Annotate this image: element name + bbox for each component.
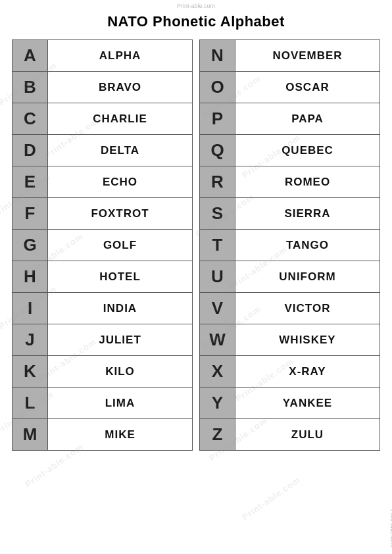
word-cell: INDIA <box>48 293 193 324</box>
word-cell: ECHO <box>48 166 193 198</box>
letter-cell: K <box>12 356 48 388</box>
table-row: RROMEO <box>200 166 380 198</box>
word-cell: UNIFORM <box>235 261 380 293</box>
table-row: EECHO <box>12 166 193 198</box>
word-cell: OSCAR <box>235 72 380 103</box>
table-row: HHOTEL <box>12 261 193 293</box>
letter-cell: E <box>12 166 48 198</box>
word-cell: GOLF <box>48 230 193 261</box>
word-cell: MIKE <box>48 419 193 451</box>
letter-cell: U <box>200 261 235 293</box>
table-row: XX-RAY <box>200 356 380 388</box>
letter-cell: A <box>12 40 48 72</box>
letter-cell: Z <box>200 419 235 451</box>
table-row: SSIERRA <box>200 198 380 230</box>
letter-cell: M <box>12 419 48 451</box>
table-row: DDELTA <box>12 135 193 166</box>
table-row: MMIKE <box>12 419 193 451</box>
word-cell: QUEBEC <box>235 135 380 166</box>
letter-cell: J <box>12 324 48 356</box>
word-cell: VICTOR <box>235 293 380 324</box>
word-cell: ALPHA <box>48 40 193 72</box>
letter-cell: P <box>200 103 235 135</box>
table-row: ZZULU <box>200 419 380 451</box>
word-cell: CHARLIE <box>48 103 193 135</box>
top-watermark: Print-able.com <box>177 3 215 9</box>
table-row: QQUEBEC <box>200 135 380 166</box>
table-row: YYANKEE <box>200 388 380 419</box>
tables-container: AALPHABBRAVOCCHARLIEDDELTAEECHOFFOXTROTG… <box>12 39 380 451</box>
table-row: BBRAVO <box>12 72 193 103</box>
table-row: LLIMA <box>12 388 193 419</box>
word-cell: NOVEMBER <box>235 40 380 72</box>
letter-cell: D <box>12 135 48 166</box>
letter-cell: W <box>200 324 235 356</box>
word-cell: ZULU <box>235 419 380 451</box>
word-cell: ROMEO <box>235 166 380 198</box>
page-title: NATO Phonetic Alphabet <box>12 13 380 30</box>
letter-cell: O <box>200 72 235 103</box>
table-row: WWHISKEY <box>200 324 380 356</box>
letter-cell: R <box>200 166 235 198</box>
word-cell: PAPA <box>235 103 380 135</box>
letter-cell: Y <box>200 388 235 419</box>
word-cell: WHISKEY <box>235 324 380 356</box>
word-cell: KILO <box>48 356 193 388</box>
table-row: CCHARLIE <box>12 103 193 135</box>
table-row: VVICTOR <box>200 293 380 324</box>
word-cell: HOTEL <box>48 261 193 293</box>
table-row: AALPHA <box>12 40 193 72</box>
word-cell: BRAVO <box>48 72 193 103</box>
table-row: OOSCAR <box>200 72 380 103</box>
word-cell: SIERRA <box>235 198 380 230</box>
letter-cell: T <box>200 230 235 261</box>
table-row: FFOXTROT <box>12 198 193 230</box>
letter-cell: F <box>12 198 48 230</box>
word-cell: X-RAY <box>235 356 380 388</box>
table-row: GGOLF <box>12 230 193 261</box>
letter-cell: Q <box>200 135 235 166</box>
word-cell: LIMA <box>48 388 193 419</box>
word-cell: YANKEE <box>235 388 380 419</box>
letter-cell: X <box>200 356 235 388</box>
letter-cell: S <box>200 198 235 230</box>
table-row: UUNIFORM <box>200 261 380 293</box>
right-table: NNOVEMBEROOSCARPPAPAQQUEBECRROMEOSSIERRA… <box>199 39 380 451</box>
corner-watermark: Print-able.com <box>389 509 392 547</box>
letter-cell: V <box>200 293 235 324</box>
letter-cell: N <box>200 40 235 72</box>
letter-cell: L <box>12 388 48 419</box>
table-row: IINDIA <box>12 293 193 324</box>
word-cell: TANGO <box>235 230 380 261</box>
table-row: NNOVEMBER <box>200 40 380 72</box>
letter-cell: G <box>12 230 48 261</box>
letter-cell: B <box>12 72 48 103</box>
word-cell: JULIET <box>48 324 193 356</box>
table-row: JJULIET <box>12 324 193 356</box>
watermark: Print-able.com <box>240 474 302 522</box>
table-row: PPAPA <box>200 103 380 135</box>
table-row: KKILO <box>12 356 193 388</box>
word-cell: FOXTROT <box>48 198 193 230</box>
letter-cell: H <box>12 261 48 293</box>
letter-cell: C <box>12 103 48 135</box>
table-row: TTANGO <box>200 230 380 261</box>
letter-cell: I <box>12 293 48 324</box>
left-table: AALPHABBRAVOCCHARLIEDDELTAEECHOFFOXTROTG… <box>12 39 193 451</box>
word-cell: DELTA <box>48 135 193 166</box>
